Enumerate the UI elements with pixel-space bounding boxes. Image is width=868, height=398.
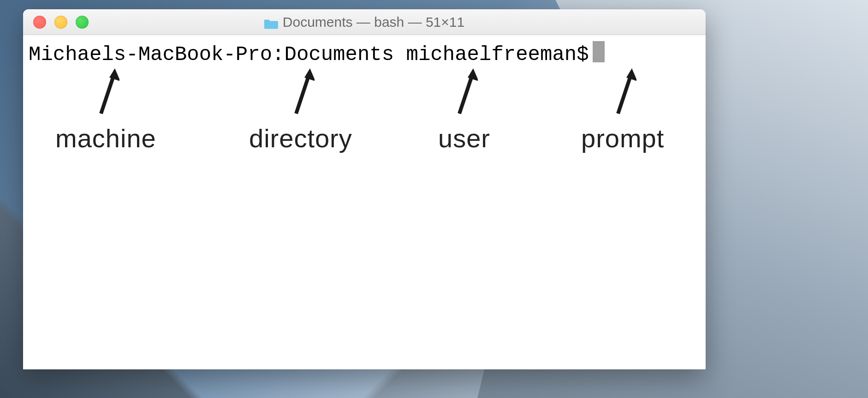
annotation-prompt-label: prompt [581, 123, 664, 154]
traffic-lights [23, 16, 89, 29]
annotation-directory: directory [249, 67, 352, 154]
prompt-user: michaelfreeman [406, 42, 577, 67]
prompt-separator: : [272, 42, 284, 67]
terminal-window: Documents — bash — 51×11 Michaels-MacBoo… [23, 9, 706, 369]
annotation-user: user [438, 67, 490, 154]
annotation-user-label: user [438, 123, 490, 154]
svg-line-4 [459, 72, 473, 114]
arrow-icon [92, 67, 119, 123]
svg-line-6 [618, 72, 632, 114]
svg-line-2 [296, 72, 310, 114]
cursor [593, 41, 605, 62]
prompt-directory: Documents [285, 42, 394, 67]
minimize-button[interactable] [54, 16, 67, 29]
arrow-icon [287, 67, 315, 123]
prompt-symbol: $ [577, 42, 589, 67]
arrow-icon [450, 67, 478, 123]
window-title-text: Documents — bash — 51×11 [283, 14, 464, 30]
annotation-prompt: prompt [581, 67, 664, 154]
prompt-machine: Michaels-MacBook-Pro [29, 42, 272, 67]
zoom-button[interactable] [76, 16, 89, 29]
annotation-directory-label: directory [249, 123, 352, 154]
arrow-icon [609, 67, 636, 123]
folder-icon [264, 17, 278, 28]
svg-marker-1 [109, 68, 119, 81]
svg-marker-7 [626, 68, 636, 81]
window-title: Documents — bash — 51×11 [264, 14, 464, 30]
titlebar[interactable]: Documents — bash — 51×11 [23, 9, 706, 35]
annotation-machine-label: machine [55, 123, 156, 154]
svg-line-0 [101, 72, 115, 114]
annotation-machine: machine [55, 67, 156, 154]
prompt-line: Michaels-MacBook-Pro:Documents michaelfr… [29, 39, 700, 67]
terminal-body[interactable]: Michaels-MacBook-Pro:Documents michaelfr… [23, 35, 706, 369]
svg-marker-3 [304, 68, 315, 81]
svg-marker-5 [468, 68, 478, 81]
close-button[interactable] [33, 16, 46, 29]
